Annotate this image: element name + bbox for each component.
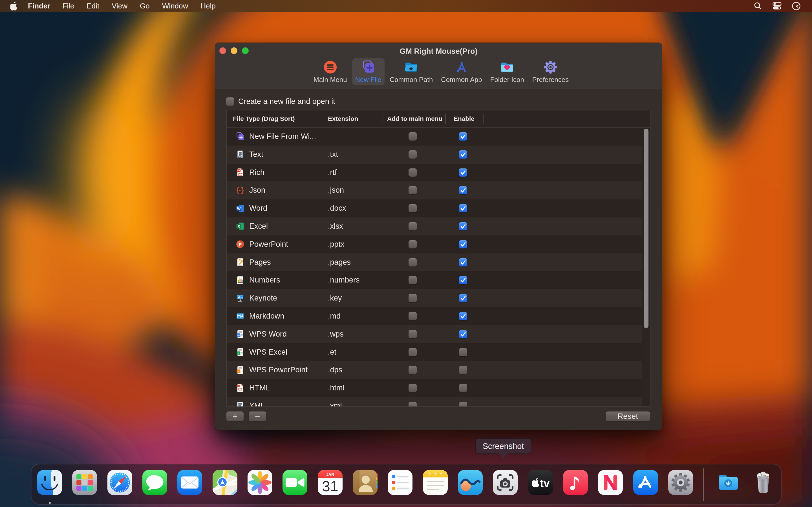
- enable-checkbox[interactable]: [459, 312, 467, 320]
- table-row[interactable]: Keynote.key: [227, 289, 650, 307]
- enable-checkbox[interactable]: [459, 168, 467, 177]
- enable-checkbox[interactable]: [459, 348, 467, 356]
- menu-item-go[interactable]: Go: [134, 0, 156, 12]
- table-row[interactable]: WPS Word.wps: [227, 325, 650, 343]
- menu-item-window[interactable]: Window: [156, 0, 194, 12]
- enable-checkbox[interactable]: [459, 222, 467, 230]
- table-row[interactable]: Word.docx: [227, 200, 650, 217]
- dock-trash-icon[interactable]: [750, 469, 777, 496]
- table-row[interactable]: New File From Wi...: [227, 128, 650, 146]
- column-header-enable[interactable]: Enable: [454, 110, 474, 127]
- scrollbar-thumb[interactable]: [644, 129, 649, 328]
- dock-app-store-icon[interactable]: [632, 469, 659, 496]
- table-row[interactable]: Markdown.md: [227, 307, 650, 325]
- toolbar-item-main-menu[interactable]: Main Menu: [310, 58, 350, 86]
- dock-downloads-icon[interactable]: [715, 469, 742, 496]
- dock-finder-icon[interactable]: [36, 469, 63, 496]
- dock-reminders-icon[interactable]: [387, 469, 414, 496]
- remove-button[interactable]: −: [249, 411, 266, 421]
- dock-facetime-icon[interactable]: [282, 469, 308, 496]
- window-titlebar[interactable]: GM Right Mouse(Pro) Main MenuNew FileCom…: [215, 43, 662, 89]
- table-row[interactable]: Numbers.numbers: [227, 271, 650, 289]
- menu-app-name[interactable]: Finder: [22, 0, 56, 12]
- toolbar-item-new-file[interactable]: New File: [352, 58, 385, 86]
- toolbar-item-common-app[interactable]: Common App: [438, 58, 485, 86]
- add-to-main-menu-checkbox[interactable]: [409, 330, 417, 338]
- table-row[interactable]: WPS Excel.et: [227, 343, 650, 361]
- dock-messages-icon[interactable]: [141, 469, 168, 496]
- table-row[interactable]: Json.json: [227, 181, 650, 200]
- scrollbar-track[interactable]: [642, 128, 650, 406]
- add-to-main-menu-checkbox[interactable]: [409, 240, 417, 248]
- create-new-file-row[interactable]: Create a new file and open it: [226, 97, 335, 106]
- table-row[interactable]: Excel.xlsx: [227, 217, 650, 235]
- menu-item-help[interactable]: Help: [194, 0, 221, 12]
- add-to-main-menu-checkbox[interactable]: [409, 366, 417, 374]
- enable-checkbox[interactable]: [459, 330, 467, 338]
- menu-item-view[interactable]: View: [105, 0, 134, 12]
- enable-checkbox[interactable]: [459, 186, 467, 194]
- enable-checkbox[interactable]: [459, 366, 467, 374]
- add-to-main-menu-checkbox[interactable]: [409, 348, 417, 356]
- enable-checkbox[interactable]: [459, 151, 467, 159]
- dock-tv-icon[interactable]: [527, 469, 554, 496]
- table-body: New File From Wi...Text.txtRich.rtfJson.…: [227, 128, 650, 406]
- table-row[interactable]: Pages.pages: [227, 253, 650, 272]
- reset-button[interactable]: Reset: [606, 411, 650, 421]
- table-row[interactable]: PowerPoint.pptx: [227, 235, 650, 253]
- file-type-name: New File From Wi...: [249, 128, 316, 146]
- add-to-main-menu-checkbox[interactable]: [409, 151, 417, 159]
- table-row[interactable]: Rich.rtf: [227, 164, 650, 182]
- enable-checkbox[interactable]: [459, 402, 467, 406]
- apple-menu-icon[interactable]: [10, 1, 18, 11]
- dock-contacts-icon[interactable]: [352, 469, 378, 496]
- dock-maps-icon[interactable]: [211, 469, 239, 496]
- add-to-main-menu-checkbox[interactable]: [409, 132, 417, 140]
- dock-screenshot-icon[interactable]: [492, 469, 519, 496]
- add-to-main-menu-checkbox[interactable]: [409, 384, 417, 392]
- enable-checkbox[interactable]: [459, 294, 467, 302]
- dock-calendar-icon[interactable]: [317, 469, 344, 496]
- enable-checkbox[interactable]: [459, 258, 467, 267]
- search-icon[interactable]: [753, 1, 762, 10]
- toolbar-item-common-path[interactable]: Common Path: [387, 58, 436, 86]
- column-header-extension[interactable]: Extension: [328, 110, 358, 127]
- add-to-main-menu-checkbox[interactable]: [409, 312, 417, 320]
- control-center-icon[interactable]: [772, 1, 781, 10]
- column-header-file-type-drag-sort[interactable]: File Type (Drag Sort): [233, 110, 295, 127]
- menu-item-file[interactable]: File: [56, 0, 80, 12]
- dock-photos-icon[interactable]: [246, 469, 273, 496]
- enable-checkbox[interactable]: [459, 204, 467, 212]
- add-to-main-menu-checkbox[interactable]: [409, 168, 417, 177]
- table-row[interactable]: Text.txt: [227, 146, 650, 164]
- menu-item-edit[interactable]: Edit: [80, 0, 105, 12]
- add-to-main-menu-checkbox[interactable]: [409, 258, 417, 267]
- add-to-main-menu-checkbox[interactable]: [409, 222, 417, 230]
- table-row[interactable]: XML.xml: [227, 397, 650, 406]
- dock-safari-icon[interactable]: [106, 469, 133, 496]
- column-header-add-to-main-menu[interactable]: Add to main menu: [387, 110, 442, 127]
- add-to-main-menu-checkbox[interactable]: [409, 294, 417, 302]
- table-row[interactable]: WPS PowerPoint.dps: [227, 361, 650, 379]
- enable-checkbox[interactable]: [459, 240, 467, 248]
- dock-launchpad-icon[interactable]: [71, 469, 98, 496]
- create-new-file-checkbox[interactable]: [226, 98, 234, 106]
- enable-checkbox[interactable]: [459, 132, 467, 140]
- add-to-main-menu-checkbox[interactable]: [409, 402, 417, 406]
- clock-icon[interactable]: [792, 1, 801, 10]
- add-to-main-menu-checkbox[interactable]: [409, 186, 417, 194]
- dock-notes-icon[interactable]: [422, 469, 449, 496]
- dock-system-settings-icon[interactable]: [667, 469, 694, 496]
- add-to-main-menu-checkbox[interactable]: [409, 204, 417, 212]
- toolbar-item-folder-icon[interactable]: Folder Icon: [487, 58, 527, 86]
- enable-checkbox[interactable]: [459, 384, 467, 392]
- dock-mail-icon[interactable]: [176, 469, 203, 496]
- dock-news-icon[interactable]: [597, 469, 624, 496]
- dock-music-icon[interactable]: [562, 469, 589, 496]
- dock-freeform-icon[interactable]: [457, 469, 484, 496]
- enable-checkbox[interactable]: [459, 276, 467, 284]
- table-row[interactable]: HTML.html: [227, 379, 650, 397]
- toolbar-item-preferences[interactable]: Preferences: [529, 58, 572, 86]
- add-to-main-menu-checkbox[interactable]: [409, 276, 417, 284]
- add-button[interactable]: +: [226, 411, 244, 421]
